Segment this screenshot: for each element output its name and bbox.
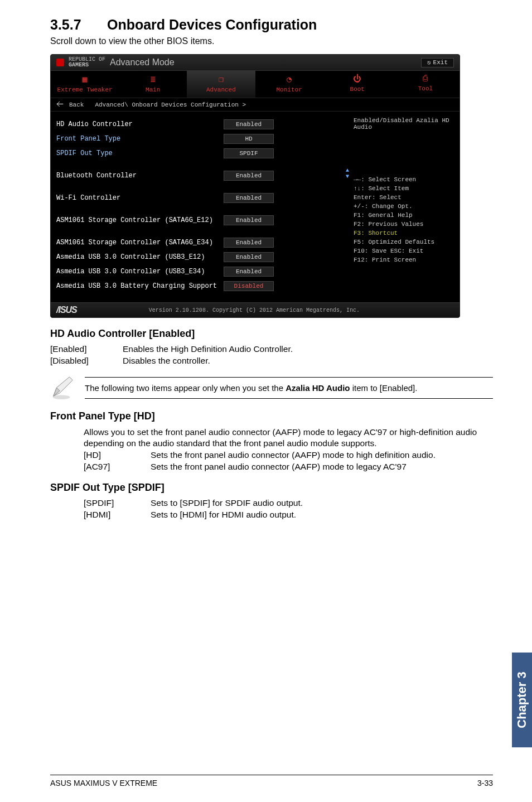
bios-setting-row[interactable]: Asmedia USB 3.0 Battery Charging Support… bbox=[56, 279, 348, 293]
setting-value[interactable]: Enabled bbox=[224, 238, 274, 248]
help-key-line: →←: Select Screen bbox=[354, 175, 454, 184]
setting-label: Asmedia USB 3.0 Battery Charging Support bbox=[56, 282, 224, 290]
footer-product: ASUS MAXIMUS V EXTREME bbox=[50, 779, 157, 787]
option-row: [Disabled]Disables the controller. bbox=[50, 356, 493, 366]
hd-audio-heading: HD Audio Controller [Enabled] bbox=[50, 328, 493, 340]
setting-value[interactable]: Enabled bbox=[224, 171, 274, 181]
bios-titlebar: REPUBLIC OF GAMERS Advanced Mode ⎋ Exit bbox=[51, 55, 460, 71]
bios-settings-list: ▲▼ HD Audio ControllerEnabledFront Panel… bbox=[51, 112, 348, 302]
bios-setting-row[interactable]: Bluetooth ControllerEnabled bbox=[56, 168, 348, 183]
brand-bottom: GAMERS bbox=[69, 62, 105, 68]
note-text-bold: Azalia HD Audio bbox=[286, 383, 350, 393]
setting-value[interactable]: Enabled bbox=[224, 193, 274, 203]
tab-extreme-tweaker[interactable]: ▦Extreme Tweaker bbox=[51, 71, 119, 98]
bios-help-panel: Enabled/Disabled Azalia HD Audio →←: Sel… bbox=[348, 112, 460, 302]
exit-label: Exit bbox=[433, 59, 448, 66]
help-key-line: ↑↓: Select Item bbox=[354, 184, 454, 193]
bios-setting-row[interactable]: Wi-Fi ControllerEnabled bbox=[56, 191, 348, 205]
option-value: Sets the front panel audio connector (AA… bbox=[151, 462, 493, 472]
bios-body: ▲▼ HD Audio ControllerEnabledFront Panel… bbox=[51, 112, 460, 302]
footer-page-number: 3-33 bbox=[477, 779, 493, 787]
setting-value[interactable]: Enabled bbox=[224, 267, 274, 277]
printer-icon: ⎙ bbox=[391, 74, 460, 84]
tab-label: Extreme Tweaker bbox=[57, 86, 113, 93]
help-key-line: F10: Save ESC: Exit bbox=[354, 247, 454, 255]
svg-point-0 bbox=[53, 395, 70, 399]
tab-main[interactable]: ≣Main bbox=[119, 71, 187, 98]
setting-value[interactable]: Disabled bbox=[224, 281, 274, 291]
note-text-pre: The following two items appear only when… bbox=[85, 383, 286, 393]
breadcrumb-path: Advanced\ Onboard Devices Configuration … bbox=[95, 102, 246, 108]
option-row: [AC97]Sets the front panel audio connect… bbox=[84, 462, 493, 472]
tab-boot[interactable]: ⏻Boot bbox=[323, 71, 391, 98]
note-block: The following two items appear only when… bbox=[50, 375, 493, 400]
chapter-tab: Chapter 3 bbox=[512, 653, 532, 747]
section-name: Onboard Devices Configuration bbox=[107, 17, 317, 32]
option-key: [Enabled] bbox=[50, 344, 123, 354]
help-key-line: F1: General Help bbox=[354, 211, 454, 220]
bios-screenshot: REPUBLIC OF GAMERS Advanced Mode ⎋ Exit … bbox=[50, 54, 460, 318]
setting-value[interactable]: HD bbox=[224, 134, 274, 144]
option-key: [AC97] bbox=[84, 462, 151, 472]
setting-label: HD Audio Controller bbox=[56, 120, 224, 128]
back-label[interactable]: Back bbox=[69, 102, 84, 108]
help-key-line: F12: Print Screen bbox=[354, 255, 454, 264]
bios-brand: REPUBLIC OF GAMERS Advanced Mode bbox=[56, 57, 175, 68]
setting-label: ASM1061 Storage Controller (SATA6G_E34) bbox=[56, 239, 224, 247]
help-key-line: Enter: Select bbox=[354, 193, 454, 202]
setting-value[interactable]: Enabled bbox=[224, 119, 274, 129]
setting-value[interactable]: SPDIF bbox=[224, 148, 274, 158]
exit-button[interactable]: ⎋ Exit bbox=[421, 58, 454, 67]
setting-label: Wi-Fi Controller bbox=[56, 194, 224, 202]
help-description: Enabled/Disabled Azalia HD Audio bbox=[354, 117, 454, 131]
bios-mode: Advanced Mode bbox=[110, 57, 175, 67]
note-pencil-icon bbox=[50, 375, 76, 400]
bios-setting-row[interactable]: Asmedia USB 3.0 Controller (USB3_E34)Ena… bbox=[56, 264, 348, 279]
option-row: [HD]Sets the front panel audio connector… bbox=[84, 450, 493, 460]
tab-advanced[interactable]: ❐Advanced bbox=[187, 71, 255, 98]
tab-tool[interactable]: ⎙Tool bbox=[391, 71, 460, 98]
option-value: Enables the High Definition Audio Contro… bbox=[123, 344, 493, 354]
option-value: Sets to [SPDIF] for SPDIF audio output. bbox=[151, 498, 493, 508]
bios-setting-row[interactable]: Asmedia USB 3.0 Controller (USB3_E12)Ena… bbox=[56, 250, 348, 264]
option-key: [HD] bbox=[84, 450, 151, 460]
tab-label: Advanced bbox=[206, 86, 236, 93]
note-content: The following two items appear only when… bbox=[85, 377, 493, 399]
option-row: [HDMI]Sets to [HDMI] for HDMI audio outp… bbox=[84, 510, 493, 520]
setting-value[interactable]: Enabled bbox=[224, 252, 274, 262]
setting-label: Asmedia USB 3.0 Controller (USB3_E34) bbox=[56, 268, 224, 276]
tab-monitor[interactable]: ◔Monitor bbox=[255, 71, 323, 98]
option-value: Sets the front panel audio connector (AA… bbox=[151, 450, 493, 460]
section-subtitle: Scroll down to view the other BIOS items… bbox=[50, 36, 493, 46]
bios-setting-row[interactable]: HD Audio ControllerEnabled bbox=[56, 117, 348, 132]
help-key-line: F2: Previous Values bbox=[354, 220, 454, 229]
setting-value[interactable]: Enabled bbox=[224, 215, 274, 225]
gauge-icon: ◔ bbox=[255, 74, 323, 85]
note-text: The following two items appear only when… bbox=[85, 378, 493, 398]
note-text-post: item to [Enabled]. bbox=[350, 383, 418, 393]
section-title: 3.5.7 Onboard Devices Configuration bbox=[50, 17, 493, 33]
tab-label: Boot bbox=[350, 86, 365, 93]
help-key-line: F3: Shortcut bbox=[354, 229, 454, 238]
bios-setting-row[interactable]: ASM1061 Storage Controller (SATA6G_E12)E… bbox=[56, 213, 348, 228]
bios-setting-row[interactable]: ASM1061 Storage Controller (SATA6G_E34)E… bbox=[56, 235, 348, 250]
help-key-line: F5: Optimized Defaults bbox=[354, 238, 454, 247]
exit-icon: ⎋ bbox=[427, 59, 431, 66]
help-keys: →←: Select Screen↑↓: Select ItemEnter: S… bbox=[354, 175, 454, 264]
overlap-icon: ❐ bbox=[187, 74, 255, 85]
setting-label: Asmedia USB 3.0 Controller (USB3_E12) bbox=[56, 253, 224, 261]
option-value: Sets to [HDMI] for HDMI audio output. bbox=[151, 510, 493, 520]
back-arrow-icon[interactable]: 🡠 bbox=[56, 100, 64, 109]
option-key: [Disabled] bbox=[50, 356, 123, 366]
front-panel-desc: Allows you to set the front panel audio … bbox=[50, 427, 493, 449]
list-icon: ≣ bbox=[119, 74, 187, 85]
setting-label: SPDIF Out Type bbox=[56, 149, 224, 157]
bios-setting-row[interactable]: Front Panel TypeHD bbox=[56, 132, 348, 146]
power-icon: ⏻ bbox=[323, 74, 391, 84]
help-key-line: +/-: Change Opt. bbox=[354, 202, 454, 211]
tab-label: Tool bbox=[418, 85, 433, 92]
bios-setting-row[interactable]: SPDIF Out TypeSPDIF bbox=[56, 146, 348, 161]
option-key: [HDMI] bbox=[84, 510, 151, 520]
bios-breadcrumb: 🡠 Back Advanced\ Onboard Devices Configu… bbox=[51, 98, 460, 112]
page-footer: ASUS MAXIMUS V EXTREME 3-33 bbox=[50, 775, 493, 787]
